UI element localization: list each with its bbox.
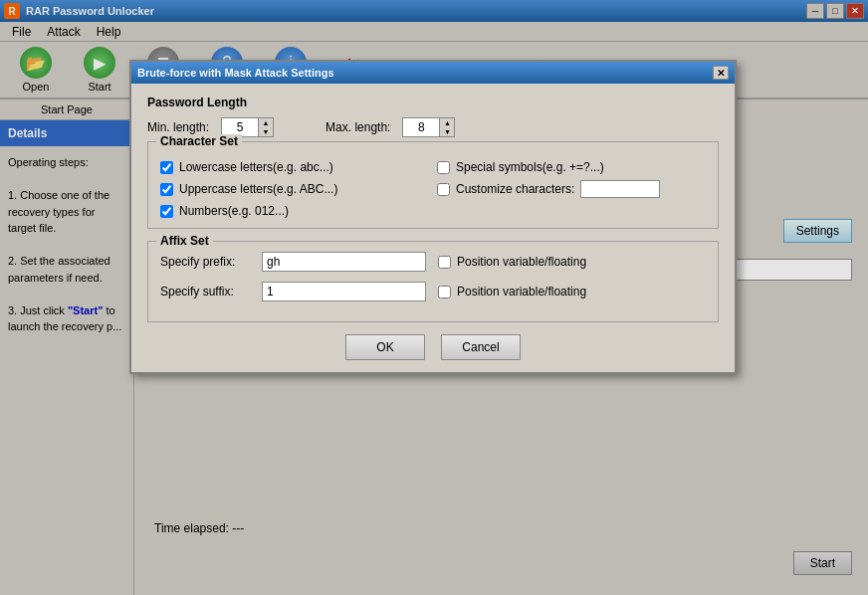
suffix-position-row: Position variable/floating bbox=[438, 285, 586, 298]
customize-input[interactable] bbox=[580, 180, 660, 198]
lowercase-checkbox[interactable] bbox=[160, 161, 173, 174]
min-length-down[interactable]: ▼ bbox=[259, 127, 273, 136]
prefix-position-checkbox[interactable] bbox=[438, 256, 451, 269]
max-length-input[interactable] bbox=[403, 118, 439, 136]
special-checkbox[interactable] bbox=[437, 161, 450, 174]
max-length-down[interactable]: ▼ bbox=[440, 127, 454, 136]
checkbox-numbers: Numbers(e.g. 012...) bbox=[160, 204, 429, 218]
prefix-position-label: Position variable/floating bbox=[457, 255, 586, 269]
character-set-group: Character Set Lowercase letters(e.g. abc… bbox=[147, 141, 719, 229]
suffix-position-label: Position variable/floating bbox=[457, 285, 586, 298]
numbers-label: Numbers(e.g. 012...) bbox=[179, 204, 289, 218]
numbers-checkbox[interactable] bbox=[160, 205, 173, 218]
modal-dialog: Brute-force with Mask Attack Settings ✕ … bbox=[129, 60, 737, 374]
modal-overlay: Brute-force with Mask Attack Settings ✕ … bbox=[0, 0, 868, 595]
max-length-up[interactable]: ▲ bbox=[440, 118, 454, 127]
modal-body: Password Length Min. length: ▲ ▼ Max. le… bbox=[131, 84, 735, 372]
suffix-position-checkbox[interactable] bbox=[438, 286, 451, 298]
checkbox-grid: Lowercase letters(e.g. abc...) Special s… bbox=[160, 160, 706, 218]
checkbox-uppercase: Uppercase letters(e.g. ABC...) bbox=[160, 180, 429, 198]
character-set-title: Character Set bbox=[156, 134, 242, 148]
max-length-label: Max. length: bbox=[326, 120, 390, 134]
uppercase-checkbox[interactable] bbox=[160, 183, 173, 196]
prefix-row: Specify prefix: Position variable/floati… bbox=[160, 252, 706, 272]
checkbox-special: Special symbols(e.g. +=?...) bbox=[437, 160, 706, 174]
customize-label: Customize characters: bbox=[456, 182, 574, 196]
prefix-label: Specify prefix: bbox=[160, 255, 250, 269]
suffix-input[interactable] bbox=[262, 282, 426, 301]
affix-set-group: Affix Set Specify prefix: Position varia… bbox=[147, 241, 719, 322]
prefix-input[interactable] bbox=[262, 252, 426, 272]
customize-checkbox[interactable] bbox=[437, 183, 450, 196]
modal-title: Brute-force with Mask Attack Settings bbox=[137, 67, 334, 79]
max-length-spinner: ▲ ▼ bbox=[439, 118, 454, 136]
suffix-label: Specify suffix: bbox=[160, 285, 250, 298]
lowercase-label: Lowercase letters(e.g. abc...) bbox=[179, 160, 333, 174]
max-length-field: ▲ ▼ bbox=[402, 117, 455, 137]
modal-title-bar: Brute-force with Mask Attack Settings ✕ bbox=[131, 62, 735, 84]
checkbox-customize: Customize characters: bbox=[437, 180, 706, 198]
ok-button[interactable]: OK bbox=[345, 334, 425, 360]
min-length-up[interactable]: ▲ bbox=[259, 118, 273, 127]
suffix-row: Specify suffix: Position variable/floati… bbox=[160, 282, 706, 301]
special-label: Special symbols(e.g. +=?...) bbox=[456, 160, 604, 174]
modal-close-button[interactable]: ✕ bbox=[713, 66, 729, 80]
prefix-position-row: Position variable/floating bbox=[438, 255, 586, 269]
modal-buttons: OK Cancel bbox=[147, 334, 719, 360]
uppercase-label: Uppercase letters(e.g. ABC...) bbox=[179, 182, 337, 196]
checkbox-lowercase: Lowercase letters(e.g. abc...) bbox=[160, 160, 429, 174]
password-length-label: Password Length bbox=[147, 96, 719, 109]
affix-set-title: Affix Set bbox=[156, 234, 213, 248]
cancel-button[interactable]: Cancel bbox=[441, 334, 521, 360]
min-length-spinner: ▲ ▼ bbox=[258, 118, 273, 136]
min-length-label: Min. length: bbox=[147, 120, 209, 134]
